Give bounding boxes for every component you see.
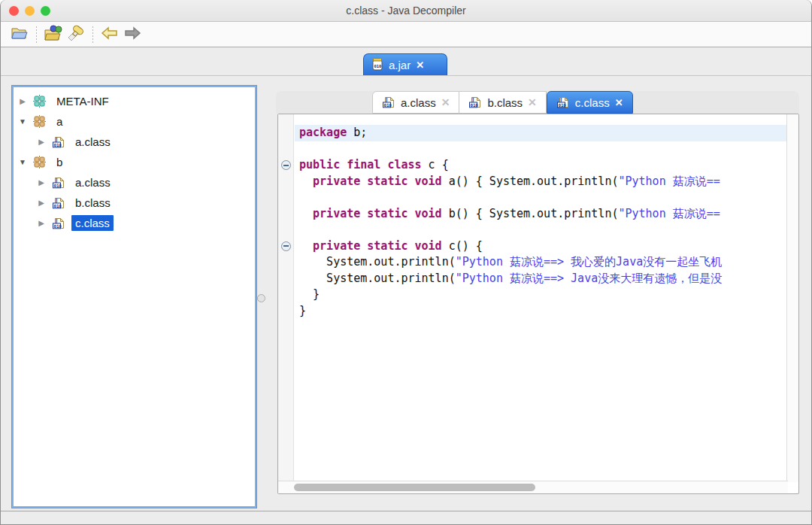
open-type-button[interactable] [42,24,65,45]
code-line: } [295,303,786,320]
tree-item-a-class[interactable]: ▶ J 010 a.class [12,132,256,152]
expand-arrow-icon[interactable]: ▶ [17,97,29,105]
code-token: c() { [442,239,483,253]
keyword-token: package [299,126,347,139]
code-line: } [295,287,786,303]
close-tab-icon[interactable]: ✕ [615,97,623,108]
collapse-arrow-icon[interactable]: ▼ [17,117,29,126]
code-line [295,222,786,238]
tree-item-b[interactable]: ▼ b [12,152,256,172]
string-token: "Python 菇凉说== [618,207,720,220]
svg-text:010: 010 [383,103,392,108]
forward-button[interactable] [121,24,144,45]
back-icon [101,26,119,43]
close-tab-icon[interactable]: ✕ [528,96,537,108]
editor-tab-c-class[interactable]: J 010 c.class✕ [547,91,633,114]
editor-tab-label: b.class [487,96,523,109]
app-window: c.class - Java Decompiler [0,0,812,525]
open-type-icon [44,25,63,44]
collapse-fold-icon[interactable] [281,241,291,251]
svg-text:J: J [55,217,59,223]
tree-item-meta-inf[interactable]: ▶ META-INF [12,91,256,111]
close-tab-icon[interactable]: ✕ [441,96,450,108]
code-token: b() { System.out.println( [442,207,619,220]
svg-text:010: 010 [53,142,62,147]
toolbar [1,22,811,47]
tree-item-a-class[interactable]: ▶ J 010 a.class [12,172,256,193]
jar-tab-strip: 010 a.jar ✕ [1,47,811,76]
close-icon[interactable]: ✕ [416,59,424,71]
svg-text:J: J [55,196,59,203]
expand-arrow-icon[interactable]: ▶ [35,138,47,146]
code-token: b; [347,126,367,139]
class-file-icon: J 010 [52,135,65,149]
collapse-fold-icon[interactable] [281,160,291,170]
svg-text:J: J [559,96,562,103]
code-token: c { [422,158,449,171]
expand-arrow-icon[interactable]: ▶ [35,178,47,187]
toolbar-separator [36,26,37,43]
tree-item-label[interactable]: c.class [71,215,114,231]
class-file-icon: J 010 [52,176,65,190]
class-file-icon: J 010 [52,217,65,230]
expand-arrow-icon[interactable]: ▶ [35,219,47,227]
horizontal-scrollbar[interactable] [278,481,788,493]
window-title: c.class - Java Decompiler [1,5,811,17]
string-token: "Python 菇凉说==> Java没来大理有遗憾，但是没 [456,272,723,285]
editor-tab-b-class[interactable]: J 010 b.class✕ [459,91,546,114]
code-line: package b; [295,125,786,141]
code-token: } [299,287,320,301]
package-tan-icon [33,156,47,169]
code-token: } [299,304,306,317]
toolbar-separator [92,26,93,43]
main-area: ▶ META-INF▼ a▶ J 010 a.class▼ b▶ [1,76,811,511]
code-line: private static void c() { [295,238,786,255]
code-line: public final class c { [295,157,786,174]
svg-text:010: 010 [53,223,62,228]
tab-a-jar[interactable]: 010 a.jar ✕ [363,53,447,75]
string-token: "Python 菇凉说==> 我心爱的Java没有一起坐飞机 [456,255,723,269]
svg-text:J: J [55,176,59,183]
package-tree-panel[interactable]: ▶ META-INF▼ a▶ J 010 a.class▼ b▶ [11,85,257,508]
splitter-handle[interactable] [257,294,265,302]
code-line: private static void a() { System.out.pri… [295,174,786,190]
code-panel: package b;public final class c { private… [277,114,799,494]
vertical-scrollbar[interactable] [786,114,798,482]
title-bar[interactable]: c.class - Java Decompiler [1,0,811,22]
tree-item-label[interactable]: META-INF [53,93,113,109]
tree-item-label[interactable]: a.class [71,134,114,150]
code-token [299,207,313,220]
tree-item-label[interactable]: a.class [71,174,114,190]
back-button[interactable] [98,24,121,45]
search-icon [66,25,86,44]
tree-item-label[interactable]: a [53,114,66,129]
class-file-icon: J 010 [556,96,570,109]
collapse-arrow-icon[interactable]: ▼ [17,158,29,166]
code-line [295,190,786,206]
svg-text:010: 010 [471,103,479,108]
code-line [295,141,786,158]
class-file-icon: J 010 [382,96,395,109]
tree-item-b-class[interactable]: ▶ J 010 b.class [12,193,256,213]
jar-tab-label: a.jar [389,59,411,71]
keyword-token: private static void [313,207,442,220]
tree-item-c-class[interactable]: ▶ J 010 c.class [12,213,256,233]
svg-text:J: J [471,96,475,103]
expand-arrow-icon[interactable]: ▶ [35,199,47,207]
string-token: "Python 菇凉说== [618,174,720,188]
class-file-icon: J 010 [52,196,65,210]
tree-item-label[interactable]: b [53,154,66,170]
editor-tab-label: a.class [401,96,436,109]
code-token: System.out.println( [299,255,456,269]
svg-text:010: 010 [558,103,566,108]
open-file-button[interactable] [8,24,31,45]
horizontal-scrollbar-thumb[interactable] [294,484,535,491]
code-token: System.out.println( [299,272,456,285]
tree-item-label[interactable]: b.class [71,195,114,211]
code-token: a() { System.out.println( [442,174,619,188]
class-file-icon: J 010 [468,96,482,109]
forward-icon [123,26,141,43]
search-button[interactable] [65,24,87,45]
tree-item-a[interactable]: ▼ a [12,111,256,132]
editor-tab-a-class[interactable]: J 010 a.class✕ [372,91,459,114]
